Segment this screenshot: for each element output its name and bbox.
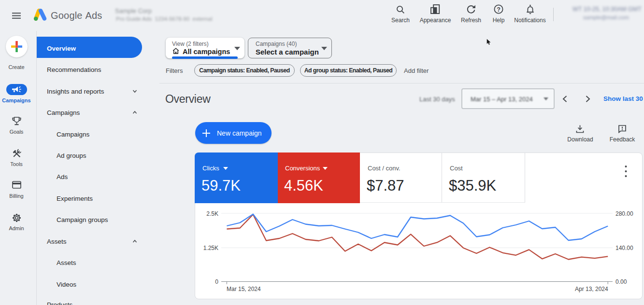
svg-text:?: ? bbox=[497, 6, 501, 13]
